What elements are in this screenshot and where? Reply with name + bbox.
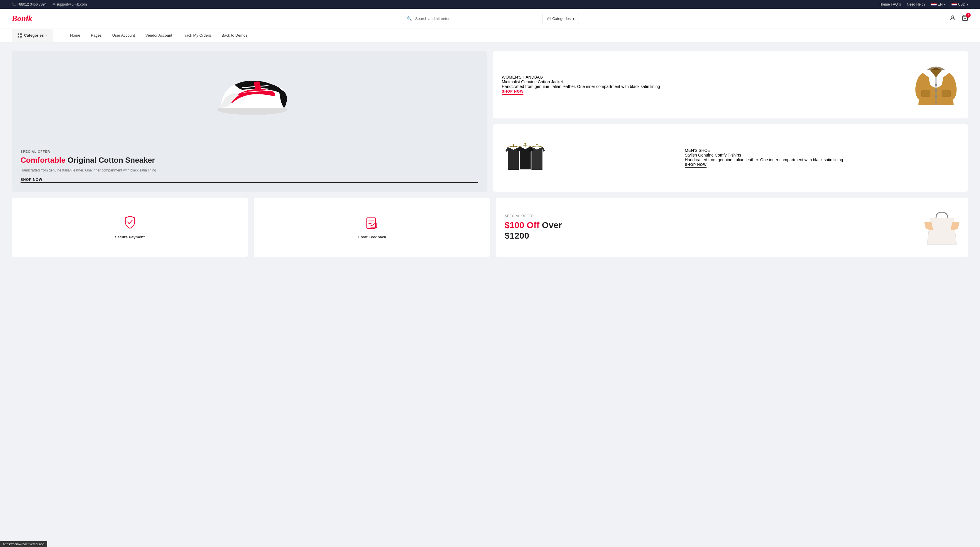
- feature-card-feedback: Great Feedback: [254, 198, 490, 257]
- top-bar-left: 📞 +88012 3456 7894 ✉ support@ui-lib.com: [12, 2, 87, 6]
- hero-left-shop-now[interactable]: SHOP NOW: [21, 178, 478, 183]
- main-content: SPECIAL OFFER Comfortable Original Cotto…: [0, 42, 980, 266]
- tshirts-shop-now[interactable]: SHOP NOW: [685, 163, 706, 168]
- hero-left-desc: Handcrafted from genuine Italian leather…: [21, 168, 478, 173]
- logo[interactable]: Bonik: [12, 14, 32, 23]
- svg-point-11: [935, 95, 937, 98]
- theme-faq-link[interactable]: Theme FAQ"s: [879, 2, 901, 6]
- tshirts-title-rest2: Genuine Comfy T-shirts: [698, 153, 741, 157]
- tshirts-image: [502, 135, 549, 181]
- hero-left-label: SPECIAL OFFER: [21, 150, 478, 153]
- nav-pages[interactable]: Pages: [86, 29, 107, 42]
- category-dropdown[interactable]: All Categories ▾: [542, 13, 579, 24]
- nav-back-demos[interactable]: Back to Demos: [216, 29, 253, 42]
- tshirts-accent: Stylish: [685, 153, 697, 157]
- search-icon: 🔍: [403, 13, 415, 24]
- category-chevron-icon: ▾: [573, 16, 574, 21]
- hero-card-sneaker: SPECIAL OFFER Comfortable Original Cotto…: [12, 51, 487, 192]
- category-label: All Categories: [547, 16, 571, 21]
- hero-left-title: Comfortable Original Cotton Sneaker: [21, 155, 478, 165]
- top-bar-right: Theme FAQ"s Need Help? EN ▾ USD ▾: [879, 2, 968, 6]
- special-offer-price: $100 Off Over $1200: [505, 220, 562, 241]
- email-item: ✉ support@ui-lib.com: [52, 2, 87, 6]
- jacket-label: WOMEN'S HANDBAG: [502, 75, 776, 79]
- phone-number: +88012 3456 7894: [17, 2, 46, 6]
- feature-card-secure: Secure Payment: [12, 198, 248, 257]
- feature-feedback-label: Great Feedback: [358, 235, 387, 239]
- right-cards: WOMEN'S HANDBAG Minimalist Genuine Cotto…: [493, 51, 968, 192]
- search-input[interactable]: [415, 13, 542, 24]
- hero-grid: SPECIAL OFFER Comfortable Original Cotto…: [12, 51, 968, 192]
- price-amount: $1200: [505, 231, 529, 240]
- jacket-card-content: WOMEN'S HANDBAG Minimalist Genuine Cotto…: [502, 75, 776, 95]
- header: Bonik 🔍 All Categories ▾ 3: [0, 9, 980, 28]
- svg-point-9: [935, 84, 937, 86]
- hero-left-title-rest: Original Cotton Sneaker: [67, 155, 155, 165]
- nav-user-account[interactable]: User Account: [107, 29, 140, 42]
- tshirts-desc: Handcrafted from genuine Italian leather…: [685, 157, 959, 162]
- search-bar: 🔍 All Categories ▾: [403, 13, 579, 24]
- jacket-desc: Handcrafted from genuine Italian leather…: [502, 84, 776, 89]
- language-selector[interactable]: EN ▾: [931, 2, 946, 6]
- user-account-button[interactable]: [950, 15, 956, 22]
- top-bar: 📞 +88012 3456 7894 ✉ support@ui-lib.com …: [0, 0, 980, 9]
- shield-check-icon: [124, 216, 136, 232]
- nav-home[interactable]: Home: [65, 29, 86, 42]
- svg-point-10: [935, 89, 937, 92]
- hero-card-tshirts: MEN'S SHOE Stylish Genuine Comfy T-shirt…: [493, 124, 968, 192]
- thumbs-up-icon: [366, 216, 379, 232]
- price-highlight: $100 Off: [505, 220, 539, 230]
- email-address: support@ui-lib.com: [56, 2, 87, 6]
- special-offer-label: SPECIAL OFFER: [505, 214, 562, 217]
- jacket-accent: Minimalist: [502, 79, 520, 84]
- svg-rect-8: [942, 90, 951, 97]
- svg-rect-7: [921, 90, 930, 97]
- jacket-title: Minimalist Genuine Cotton Jacket: [502, 79, 776, 84]
- cart-button[interactable]: 3: [962, 15, 968, 22]
- flag-icon: [931, 3, 937, 6]
- grid-icon: [18, 33, 22, 38]
- tshirts-card-content: MEN'S SHOE Stylish Genuine Comfy T-shirt…: [685, 148, 959, 168]
- nav-links: Home Pages User Account Vendor Account T…: [65, 29, 253, 42]
- currency-selector[interactable]: USD ▾: [951, 2, 968, 6]
- mail-icon: ✉: [52, 2, 56, 6]
- currency-flag-icon: [951, 3, 957, 6]
- hero-left-accent: Comfortable: [21, 155, 65, 165]
- chevron-down-icon: ▾: [944, 2, 946, 6]
- categories-button[interactable]: Categories ›: [12, 29, 53, 42]
- categories-chevron-icon: ›: [46, 34, 47, 37]
- categories-label: Categories: [24, 33, 44, 38]
- nav-vendor-account[interactable]: Vendor Account: [140, 29, 178, 42]
- lang-label: EN: [938, 2, 943, 6]
- hero-card-jacket: WOMEN'S HANDBAG Minimalist Genuine Cotto…: [493, 51, 968, 119]
- jacket-shop-now[interactable]: SHOP NOW: [502, 89, 523, 95]
- jacket-title-rest2: Genuine Cotton Jacket: [521, 79, 563, 84]
- cart-badge: 3: [966, 13, 970, 17]
- currency-chevron-icon: ▾: [967, 2, 968, 6]
- need-help-link[interactable]: Need Help?: [907, 2, 926, 6]
- header-icons: 3: [950, 15, 968, 22]
- tshirts-label: MEN'S SHOE: [685, 148, 959, 153]
- tshirts-title: Stylish Genuine Comfy T-shirts: [685, 153, 959, 157]
- special-offer-card: SPECIAL OFFER $100 Off Over $1200: [496, 198, 968, 257]
- phone-item: 📞 +88012 3456 7894: [12, 2, 47, 6]
- feature-secure-label: Secure Payment: [115, 235, 145, 239]
- feature-grid: Secure Payment Great Feedback SPECIAL OF…: [12, 198, 968, 257]
- svg-point-0: [951, 16, 954, 17]
- jacket-image: [913, 61, 959, 108]
- sneaker-image: [211, 60, 288, 119]
- price-over: Over: [542, 220, 562, 230]
- nav-bar: Categories › Home Pages User Account Ven…: [0, 28, 980, 42]
- currency-label: USD: [958, 2, 965, 6]
- nav-track-orders[interactable]: Track My Orders: [178, 29, 216, 42]
- special-offer-content: SPECIAL OFFER $100 Off Over $1200: [505, 214, 562, 241]
- special-offer-image: [924, 206, 959, 248]
- phone-icon: 📞: [12, 2, 16, 6]
